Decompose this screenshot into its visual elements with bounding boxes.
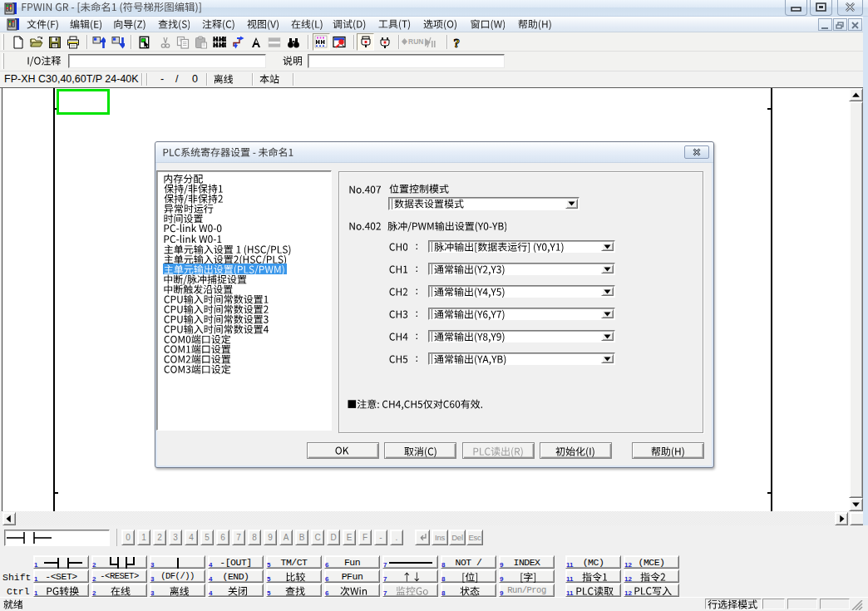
svg-text:?: ? xyxy=(454,37,461,50)
